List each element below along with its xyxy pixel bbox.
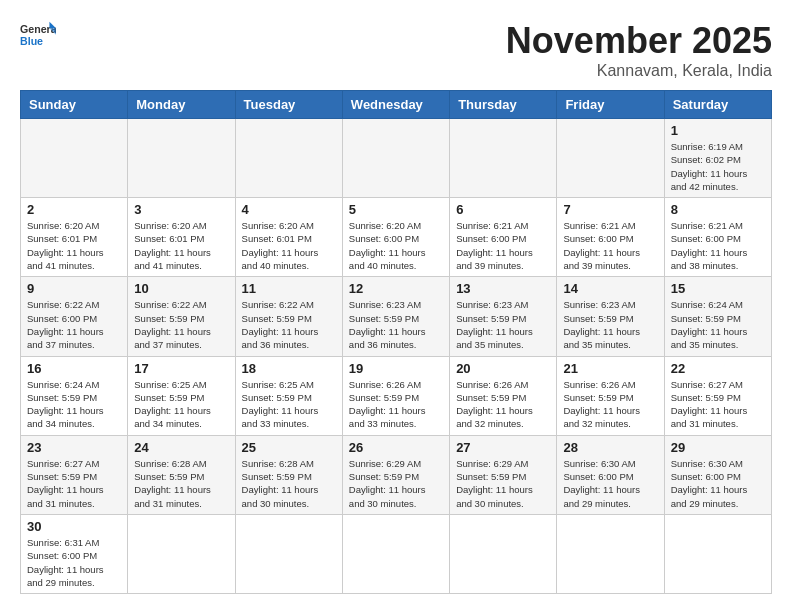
day-cell: 24Sunrise: 6:28 AM Sunset: 5:59 PM Dayli… xyxy=(128,435,235,514)
day-number: 17 xyxy=(134,361,228,376)
day-cell xyxy=(128,514,235,593)
day-cell: 9Sunrise: 6:22 AM Sunset: 6:00 PM Daylig… xyxy=(21,277,128,356)
day-number: 15 xyxy=(671,281,765,296)
day-cell: 11Sunrise: 6:22 AM Sunset: 5:59 PM Dayli… xyxy=(235,277,342,356)
day-number: 18 xyxy=(242,361,336,376)
day-info: Sunrise: 6:29 AM Sunset: 5:59 PM Dayligh… xyxy=(349,457,443,510)
day-info: Sunrise: 6:28 AM Sunset: 5:59 PM Dayligh… xyxy=(242,457,336,510)
day-cell: 25Sunrise: 6:28 AM Sunset: 5:59 PM Dayli… xyxy=(235,435,342,514)
day-cell: 7Sunrise: 6:21 AM Sunset: 6:00 PM Daylig… xyxy=(557,198,664,277)
day-info: Sunrise: 6:24 AM Sunset: 5:59 PM Dayligh… xyxy=(27,378,121,431)
day-number: 24 xyxy=(134,440,228,455)
svg-text:Blue: Blue xyxy=(20,35,43,47)
day-info: Sunrise: 6:26 AM Sunset: 5:59 PM Dayligh… xyxy=(456,378,550,431)
day-number: 6 xyxy=(456,202,550,217)
day-cell: 17Sunrise: 6:25 AM Sunset: 5:59 PM Dayli… xyxy=(128,356,235,435)
day-cell xyxy=(128,119,235,198)
day-cell xyxy=(557,119,664,198)
day-cell: 1Sunrise: 6:19 AM Sunset: 6:02 PM Daylig… xyxy=(664,119,771,198)
day-cell xyxy=(450,514,557,593)
day-info: Sunrise: 6:24 AM Sunset: 5:59 PM Dayligh… xyxy=(671,298,765,351)
day-cell: 16Sunrise: 6:24 AM Sunset: 5:59 PM Dayli… xyxy=(21,356,128,435)
day-cell xyxy=(21,119,128,198)
day-number: 5 xyxy=(349,202,443,217)
week-row-4: 16Sunrise: 6:24 AM Sunset: 5:59 PM Dayli… xyxy=(21,356,772,435)
day-number: 10 xyxy=(134,281,228,296)
day-number: 1 xyxy=(671,123,765,138)
day-cell: 3Sunrise: 6:20 AM Sunset: 6:01 PM Daylig… xyxy=(128,198,235,277)
day-info: Sunrise: 6:20 AM Sunset: 6:01 PM Dayligh… xyxy=(242,219,336,272)
day-cell: 14Sunrise: 6:23 AM Sunset: 5:59 PM Dayli… xyxy=(557,277,664,356)
day-info: Sunrise: 6:20 AM Sunset: 6:01 PM Dayligh… xyxy=(27,219,121,272)
calendar-table: SundayMondayTuesdayWednesdayThursdayFrid… xyxy=(20,90,772,594)
page-header: General Blue November 2025 Kannavam, Ker… xyxy=(20,20,772,80)
day-info: Sunrise: 6:30 AM Sunset: 6:00 PM Dayligh… xyxy=(671,457,765,510)
day-info: Sunrise: 6:27 AM Sunset: 5:59 PM Dayligh… xyxy=(27,457,121,510)
week-row-2: 2Sunrise: 6:20 AM Sunset: 6:01 PM Daylig… xyxy=(21,198,772,277)
day-info: Sunrise: 6:21 AM Sunset: 6:00 PM Dayligh… xyxy=(671,219,765,272)
day-number: 2 xyxy=(27,202,121,217)
weekday-header-sunday: Sunday xyxy=(21,91,128,119)
day-info: Sunrise: 6:23 AM Sunset: 5:59 PM Dayligh… xyxy=(563,298,657,351)
day-cell: 27Sunrise: 6:29 AM Sunset: 5:59 PM Dayli… xyxy=(450,435,557,514)
day-cell xyxy=(342,514,449,593)
day-number: 29 xyxy=(671,440,765,455)
day-info: Sunrise: 6:22 AM Sunset: 5:59 PM Dayligh… xyxy=(242,298,336,351)
logo-icon: General Blue xyxy=(20,20,56,48)
weekday-header-thursday: Thursday xyxy=(450,91,557,119)
day-info: Sunrise: 6:31 AM Sunset: 6:00 PM Dayligh… xyxy=(27,536,121,589)
day-number: 27 xyxy=(456,440,550,455)
day-cell: 8Sunrise: 6:21 AM Sunset: 6:00 PM Daylig… xyxy=(664,198,771,277)
day-cell: 4Sunrise: 6:20 AM Sunset: 6:01 PM Daylig… xyxy=(235,198,342,277)
day-info: Sunrise: 6:23 AM Sunset: 5:59 PM Dayligh… xyxy=(349,298,443,351)
day-info: Sunrise: 6:22 AM Sunset: 5:59 PM Dayligh… xyxy=(134,298,228,351)
day-cell: 29Sunrise: 6:30 AM Sunset: 6:00 PM Dayli… xyxy=(664,435,771,514)
day-number: 7 xyxy=(563,202,657,217)
day-cell: 23Sunrise: 6:27 AM Sunset: 5:59 PM Dayli… xyxy=(21,435,128,514)
week-row-5: 23Sunrise: 6:27 AM Sunset: 5:59 PM Dayli… xyxy=(21,435,772,514)
day-cell: 28Sunrise: 6:30 AM Sunset: 6:00 PM Dayli… xyxy=(557,435,664,514)
day-info: Sunrise: 6:23 AM Sunset: 5:59 PM Dayligh… xyxy=(456,298,550,351)
day-cell: 18Sunrise: 6:25 AM Sunset: 5:59 PM Dayli… xyxy=(235,356,342,435)
day-cell xyxy=(664,514,771,593)
day-number: 20 xyxy=(456,361,550,376)
day-number: 21 xyxy=(563,361,657,376)
day-cell xyxy=(235,119,342,198)
day-info: Sunrise: 6:21 AM Sunset: 6:00 PM Dayligh… xyxy=(563,219,657,272)
week-row-1: 1Sunrise: 6:19 AM Sunset: 6:02 PM Daylig… xyxy=(21,119,772,198)
day-cell: 13Sunrise: 6:23 AM Sunset: 5:59 PM Dayli… xyxy=(450,277,557,356)
day-cell xyxy=(450,119,557,198)
month-title: November 2025 xyxy=(506,20,772,62)
day-cell xyxy=(235,514,342,593)
day-number: 11 xyxy=(242,281,336,296)
day-number: 19 xyxy=(349,361,443,376)
day-info: Sunrise: 6:22 AM Sunset: 6:00 PM Dayligh… xyxy=(27,298,121,351)
day-info: Sunrise: 6:21 AM Sunset: 6:00 PM Dayligh… xyxy=(456,219,550,272)
day-info: Sunrise: 6:26 AM Sunset: 5:59 PM Dayligh… xyxy=(349,378,443,431)
day-cell xyxy=(557,514,664,593)
weekday-header-friday: Friday xyxy=(557,91,664,119)
weekday-header-wednesday: Wednesday xyxy=(342,91,449,119)
day-cell: 20Sunrise: 6:26 AM Sunset: 5:59 PM Dayli… xyxy=(450,356,557,435)
weekday-header-monday: Monday xyxy=(128,91,235,119)
day-cell: 2Sunrise: 6:20 AM Sunset: 6:01 PM Daylig… xyxy=(21,198,128,277)
weekday-header-saturday: Saturday xyxy=(664,91,771,119)
day-info: Sunrise: 6:30 AM Sunset: 6:00 PM Dayligh… xyxy=(563,457,657,510)
day-cell: 15Sunrise: 6:24 AM Sunset: 5:59 PM Dayli… xyxy=(664,277,771,356)
day-number: 8 xyxy=(671,202,765,217)
day-number: 12 xyxy=(349,281,443,296)
day-number: 13 xyxy=(456,281,550,296)
location-title: Kannavam, Kerala, India xyxy=(506,62,772,80)
day-info: Sunrise: 6:29 AM Sunset: 5:59 PM Dayligh… xyxy=(456,457,550,510)
day-cell: 19Sunrise: 6:26 AM Sunset: 5:59 PM Dayli… xyxy=(342,356,449,435)
weekday-header-row: SundayMondayTuesdayWednesdayThursdayFrid… xyxy=(21,91,772,119)
day-info: Sunrise: 6:25 AM Sunset: 5:59 PM Dayligh… xyxy=(134,378,228,431)
day-number: 16 xyxy=(27,361,121,376)
day-info: Sunrise: 6:25 AM Sunset: 5:59 PM Dayligh… xyxy=(242,378,336,431)
day-number: 25 xyxy=(242,440,336,455)
day-info: Sunrise: 6:27 AM Sunset: 5:59 PM Dayligh… xyxy=(671,378,765,431)
day-number: 23 xyxy=(27,440,121,455)
day-info: Sunrise: 6:19 AM Sunset: 6:02 PM Dayligh… xyxy=(671,140,765,193)
day-number: 4 xyxy=(242,202,336,217)
day-cell: 5Sunrise: 6:20 AM Sunset: 6:00 PM Daylig… xyxy=(342,198,449,277)
